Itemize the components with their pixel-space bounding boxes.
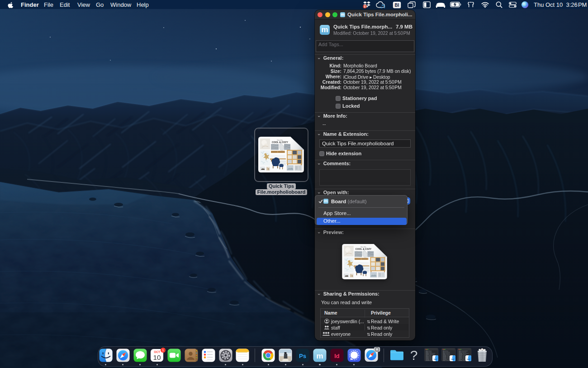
svg-text:BI: BI — [395, 2, 399, 7]
svg-text:6: 6 — [364, 5, 366, 8]
svg-text:Ps: Ps — [299, 352, 306, 359]
svg-text:Id: Id — [334, 352, 340, 359]
svg-text:COOL & COZY: COOL & COZY — [272, 141, 288, 143]
svg-text:OCT: OCT — [154, 350, 161, 353]
svg-text:1: 1 — [162, 348, 165, 352]
svg-text:COOL & COZY: COOL & COZY — [356, 248, 372, 250]
svg-text:?: ? — [410, 348, 418, 363]
svg-text:10: 10 — [153, 353, 161, 361]
svg-text:m: m — [317, 352, 323, 360]
